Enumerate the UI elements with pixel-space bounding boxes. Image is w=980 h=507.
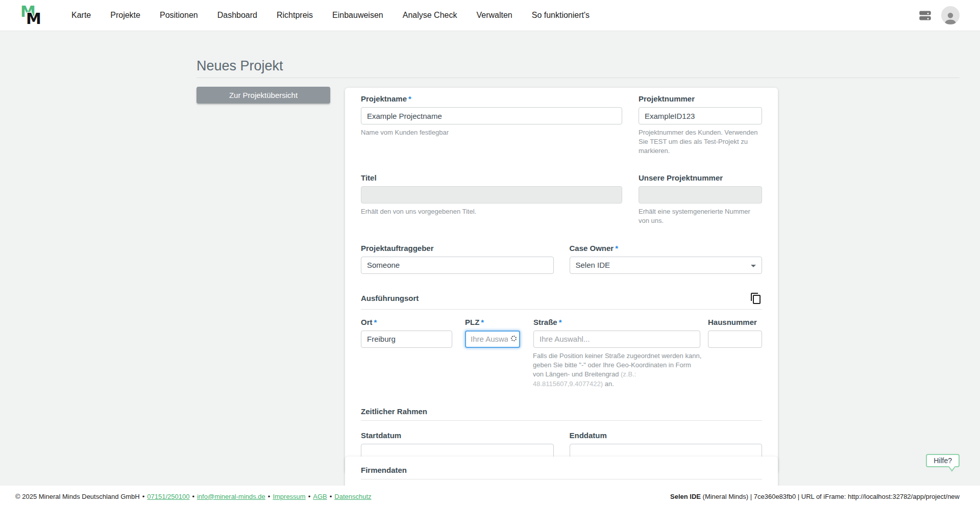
field-plz: PLZ* [465,318,520,348]
footer-link-email[interactable]: info@mineral-minds.de [197,493,265,500]
startdatum-label: Startdatum [361,431,554,440]
project-form-card: Projektname* Name vom Kunden festlegbar … [345,88,778,473]
field-unsere-projektnummer: Unsere Projektnummer Erhält eine systemg… [639,173,762,225]
field-projektauftraggeber: Projektauftraggeber [361,244,554,274]
titel-label: Titel [361,173,622,182]
zur-projektuebersicht-button[interactable]: Zur Projektübersicht [197,87,330,104]
strasse-input[interactable] [533,331,700,348]
unsere-projektnummer-label: Unsere Projektnummer [639,173,762,182]
title-divider [197,78,960,78]
firmendaten-divider [361,479,762,479]
nav-item-dashboard[interactable]: Dashboard [217,11,257,20]
caret-down-icon [751,265,756,267]
footer-link-phone[interactable]: 07151/250100 [147,493,189,500]
case-owner-select[interactable]: Selen IDE [570,257,763,274]
hilfe-button[interactable]: Hilfe? [926,454,960,467]
titel-input [361,186,622,204]
footer-link-datenschutz[interactable]: Datenschutz [334,493,371,500]
required-asterisk: * [559,318,562,326]
page-title: Neues Projekt [197,58,283,74]
server-rack-icon[interactable] [918,9,932,22]
field-case-owner: Case Owner* Selen IDE [570,244,763,274]
hausnummer-input[interactable] [708,331,762,348]
user-avatar-icon[interactable] [941,6,960,24]
projektname-helper: Name vom Kunden festlegbar [361,128,622,137]
unsere-projektnummer-helper: Erhält eine systemgenerierte Nummer von … [639,207,762,225]
unsere-projektnummer-input [639,186,762,204]
footer-session-details: (Mineral Minds) | 7ce360e83fb0 | URL of … [701,493,960,500]
case-owner-label: Case Owner* [570,244,763,252]
nav-item-richtpreis[interactable]: Richtpreis [277,11,313,20]
field-hausnummer: Hausnummer [708,318,762,348]
strasse-helper: Falls die Position keiner Straße zugeord… [533,351,702,389]
footer-bar: © 2025 Mineral Minds Deutschland GmbH • … [0,486,980,507]
projektname-input[interactable] [361,107,622,124]
ort-input[interactable] [361,331,452,348]
copy-icon[interactable] [750,292,762,305]
nav-item-positionen[interactable]: Positionen [160,11,198,20]
ort-label: Ort* [361,318,452,326]
enddatum-label: Enddatum [570,431,763,440]
zeitlicher-rahmen-title: Zeitlicher Rahmen [361,407,427,416]
field-ort: Ort* [361,318,452,348]
address-fields-row: Ort* PLZ* Straße* Hausnummer [361,318,762,348]
footer-copyright: © 2025 Mineral Minds Deutschland GmbH [15,493,140,500]
topbar-right-icons [918,6,960,24]
nav-item-analyse-check[interactable]: Analyse Check [403,11,457,20]
required-asterisk: * [615,244,618,252]
hausnummer-label: Hausnummer [708,318,762,326]
plz-label: PLZ* [465,318,520,326]
nav-item-so-funktionierts[interactable]: So funktioniert's [532,11,590,20]
nav-item-einbauweisen[interactable]: Einbauweisen [332,11,383,20]
projektauftraggeber-input[interactable] [361,257,554,274]
firmendaten-title: Firmendaten [361,466,762,474]
projektname-label: Projektname* [361,94,622,103]
titel-helper: Erhält den von uns vorgegebenen Titel. [361,207,622,216]
zeitlicher-rahmen-divider [361,420,762,421]
svg-text:M: M [26,10,41,28]
field-projektname: Projektname* Name vom Kunden festlegbar [361,94,622,156]
projektnummer-helper: Projektnummer des Kunden. Verwenden Sie … [639,128,762,156]
footer-session-user: Selen IDE [670,493,701,500]
footer-left: © 2025 Mineral Minds Deutschland GmbH • … [15,493,372,500]
nav-item-karte[interactable]: Karte [71,11,91,20]
field-strasse: Straße* [533,318,700,348]
footer-link-agb[interactable]: AGB [313,493,327,500]
strasse-label: Straße* [533,318,700,326]
ausfuehrungsort-title: Ausführungsort [361,294,419,302]
required-asterisk: * [374,318,377,326]
projektnummer-label: Projektnummer [639,94,762,103]
top-navigation-bar: M M Karte Projekte Positionen Dashboard … [0,0,980,31]
ausfuehrungsort-divider [361,309,762,310]
projektauftraggeber-label: Projektauftraggeber [361,244,554,252]
section-ausfuehrungsort: Ausführungsort [361,292,762,305]
case-owner-value: Selen IDE [576,261,610,269]
nav-item-verwalten[interactable]: Verwalten [476,11,512,20]
main-nav: Karte Projekte Positionen Dashboard Rich… [71,11,590,20]
field-titel: Titel Erhält den von uns vorgegebenen Ti… [361,173,622,225]
section-zeitlicher-rahmen: Zeitlicher Rahmen [361,407,762,416]
mineral-minds-logo[interactable]: M M [20,3,43,28]
footer-session-info: Selen IDE (Mineral Minds) | 7ce360e83fb0… [670,493,960,500]
projektnummer-input[interactable] [639,107,762,124]
required-asterisk: * [481,318,484,326]
footer-link-impressum[interactable]: Impressum [273,493,305,500]
loading-spinner-icon [511,336,517,341]
required-asterisk: * [408,94,411,103]
nav-item-projekte[interactable]: Projekte [110,11,140,20]
field-projektnummer: Projektnummer Projektnummer des Kunden. … [639,94,762,156]
